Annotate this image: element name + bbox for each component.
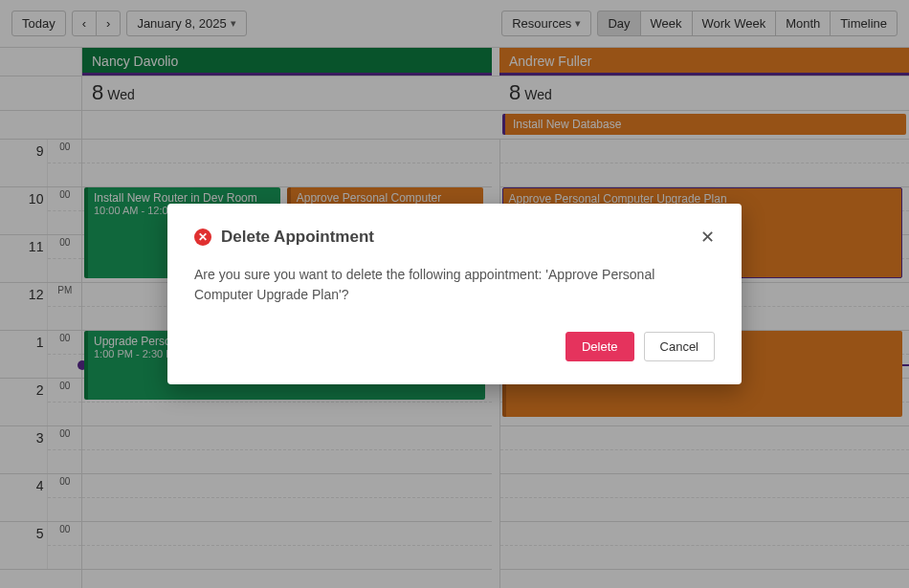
delete-dialog: ✕ Delete Appointment ✕ Are you sure you … [167,204,742,384]
error-icon: ✕ [194,229,211,246]
dialog-body: Are you sure you want to delete the foll… [194,265,715,305]
dialog-footer: Delete Cancel [194,332,715,361]
close-icon[interactable]: ✕ [700,227,715,248]
dialog-title: Delete Appointment [221,228,691,247]
cancel-button[interactable]: Cancel [644,332,715,361]
dialog-header: ✕ Delete Appointment ✕ [194,227,715,248]
delete-button[interactable]: Delete [565,332,634,361]
modal-overlay[interactable]: ✕ Delete Appointment ✕ Are you sure you … [0,0,909,588]
